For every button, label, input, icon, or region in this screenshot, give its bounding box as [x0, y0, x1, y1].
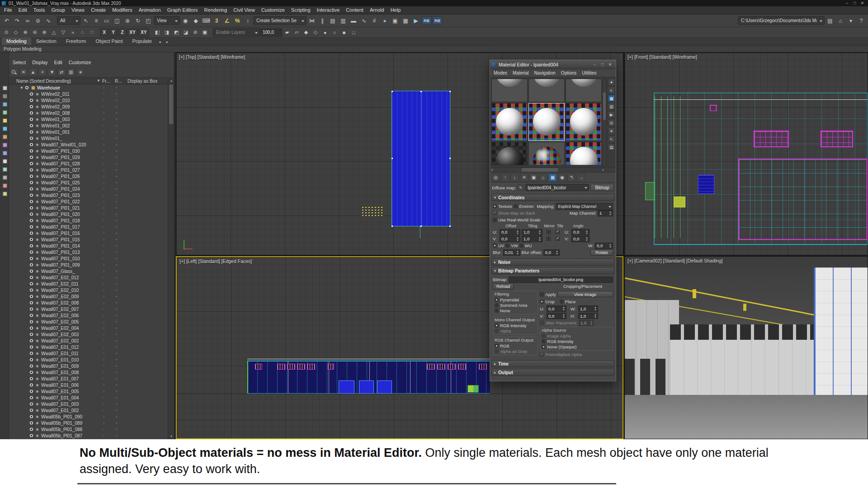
scrollbar-thumb[interactable]: [169, 84, 173, 124]
material-slot[interactable]: [528, 103, 565, 141]
frozen-cell[interactable]: ◦: [103, 383, 104, 387]
scene-explorer-row[interactable]: Wwall07_Pl01_028 ◦ ▫: [9, 160, 168, 167]
go-to-sibling-icon[interactable]: →: [577, 174, 585, 182]
select-by-material-icon[interactable]: ↖: [608, 136, 615, 142]
renderable-cell[interactable]: ▫: [116, 338, 117, 343]
toggle-scene-explorer-icon[interactable]: ▤: [328, 16, 338, 26]
mirror-icon[interactable]: ⋈: [307, 16, 317, 26]
visibility-eye-icon[interactable]: [29, 124, 34, 127]
scene-explorer-row[interactable]: Wwall07_E01_010 ◦ ▫: [9, 357, 168, 363]
crop-radio[interactable]: [540, 300, 544, 304]
align-view-icon[interactable]: ■: [340, 28, 349, 37]
frozen-cell[interactable]: ◦: [103, 427, 104, 432]
renderable-cell[interactable]: ▫: [116, 256, 117, 261]
column-renderable[interactable]: R...: [115, 79, 122, 84]
up-axis-icon[interactable]: △: [49, 28, 58, 37]
toggle-ribbon-icon[interactable]: ▬: [349, 16, 359, 26]
frozen-cell[interactable]: ◦: [103, 206, 104, 210]
renderable-cell[interactable]: ▫: [116, 111, 117, 115]
snap-toggle-icon[interactable]: 3: [212, 16, 222, 26]
frozen-cell[interactable]: ◦: [103, 98, 104, 103]
quick-align-icon[interactable]: ◆: [302, 28, 311, 37]
scene-explorer-row[interactable]: Wwall07_E02_006 ◦ ▫: [9, 312, 168, 319]
frozen-cell[interactable]: ◦: [103, 433, 104, 438]
renderable-cell[interactable]: ▫: [116, 288, 117, 292]
scene-explorer-row[interactable]: Wwall07_Pl01_026 ◦ ▫: [9, 173, 168, 179]
column-name[interactable]: Name (Sorted Descending): [16, 79, 71, 84]
scene-explorer-row[interactable]: Wwall07_E02_005 ◦ ▫: [9, 319, 168, 325]
scene-explorer-menu-item[interactable]: Customize: [66, 59, 94, 66]
get-material-icon[interactable]: ◎: [491, 174, 500, 182]
visibility-eye-icon[interactable]: [29, 301, 34, 305]
unlink-selection-icon[interactable]: ⊘: [33, 16, 43, 26]
visibility-eye-icon[interactable]: [29, 314, 34, 317]
background-icon[interactable]: ▦: [608, 95, 615, 102]
selection-region-icon[interactable]: ▭: [102, 16, 112, 26]
visibility-eye-icon[interactable]: [29, 333, 34, 336]
viewport-camera-label[interactable]: [+] [Camera002] [Standard] [Default Shad…: [627, 258, 722, 263]
visibility-eye-icon[interactable]: [29, 200, 34, 203]
menu-item[interactable]: Rendering: [201, 6, 231, 14]
rendered-frame-window-icon[interactable]: ▦: [401, 16, 410, 26]
renderable-cell[interactable]: ▫: [116, 136, 117, 141]
put-to-scene-icon[interactable]: ⌂: [539, 174, 547, 182]
frozen-cell[interactable]: ◦: [103, 275, 104, 280]
frozen-cell[interactable]: ◦: [103, 269, 104, 273]
visibility-eye-icon[interactable]: [29, 263, 34, 267]
renderable-cell[interactable]: ▫: [116, 402, 117, 406]
me-minimize-button[interactable]: –: [591, 62, 599, 67]
menu-item[interactable]: Group: [48, 6, 68, 14]
visibility-eye-icon[interactable]: [29, 187, 34, 191]
down-axis-icon[interactable]: ▽: [59, 28, 68, 37]
filter-icon[interactable]: ▼: [48, 68, 56, 76]
display-lights-icon[interactable]: [1, 117, 8, 124]
renderable-cell[interactable]: ▫: [116, 282, 117, 286]
alpha-rgb-intensity-radio[interactable]: [542, 339, 546, 343]
u-tile-checkbox[interactable]: [556, 230, 560, 234]
visibility-eye-icon[interactable]: [29, 396, 34, 399]
none-opaque-radio[interactable]: [542, 345, 546, 349]
scene-explorer-row[interactable]: Wwall07_E02_009 ◦ ▫: [9, 293, 168, 300]
frozen-cell[interactable]: ◦: [103, 123, 104, 128]
visibility-eye-icon[interactable]: [29, 288, 34, 292]
visibility-eye-icon[interactable]: [29, 231, 34, 235]
visibility-eye-icon[interactable]: [29, 345, 34, 349]
frozen-cell[interactable]: ◦: [103, 414, 104, 419]
crop-w-field[interactable]: 1,0: [578, 305, 598, 312]
frozen-cell[interactable]: ◦: [103, 256, 104, 261]
align-icon[interactable]: ∥: [317, 16, 327, 26]
v-tile-checkbox[interactable]: [556, 237, 560, 241]
scene-explorer-row[interactable]: Wwall07_E02_007 ◦ ▫: [9, 306, 168, 312]
visibility-eye-icon[interactable]: [29, 219, 34, 222]
frozen-cell[interactable]: ◦: [103, 212, 104, 216]
renderable-cell[interactable]: ▫: [116, 269, 117, 273]
renderable-cell[interactable]: ▫: [116, 250, 117, 254]
display-none-icon[interactable]: [1, 93, 8, 99]
u-mirror-checkbox[interactable]: [547, 230, 551, 234]
frozen-cell[interactable]: ◦: [103, 338, 104, 343]
me-maximize-button[interactable]: □: [599, 62, 606, 67]
material-slot[interactable]: [491, 103, 528, 141]
visibility-eye-icon[interactable]: [29, 143, 34, 146]
material-editor-menu-item[interactable]: Utilities: [579, 69, 599, 77]
scene-explorer-row[interactable]: Wwall07_Pl01_010 ◦ ▫: [9, 255, 168, 262]
menu-item[interactable]: Create: [88, 6, 109, 14]
frozen-cell[interactable]: ◦: [103, 370, 104, 375]
scene-explorer-row[interactable]: Wwall07_Pl01_029 ◦ ▫: [9, 154, 168, 160]
display-all-icon[interactable]: [1, 85, 8, 91]
visibility-eye-icon[interactable]: [29, 282, 34, 286]
scene-explorer-row[interactable]: Wwall07_Pl01_015 ◦ ▫: [9, 236, 168, 243]
material-editor-menu-item[interactable]: Navigation: [532, 69, 558, 77]
material-slot[interactable]: [491, 79, 528, 102]
explorer-settings-icon[interactable]: ∗: [76, 68, 85, 76]
renderable-cell[interactable]: ▫: [116, 218, 117, 223]
expand-arrow-icon[interactable]: ▼: [20, 86, 24, 90]
render-setup-icon[interactable]: ▣: [390, 16, 400, 26]
constraint-icon-4[interactable]: ◪: [181, 28, 190, 37]
blur-field[interactable]: 0,01: [503, 249, 520, 256]
frozen-cell[interactable]: ◦: [103, 395, 104, 400]
display-spacewarps-icon[interactable]: [1, 142, 8, 148]
visibility-eye-icon[interactable]: [29, 427, 34, 431]
place-radio[interactable]: [560, 300, 564, 304]
visibility-eye-icon[interactable]: [29, 250, 34, 254]
